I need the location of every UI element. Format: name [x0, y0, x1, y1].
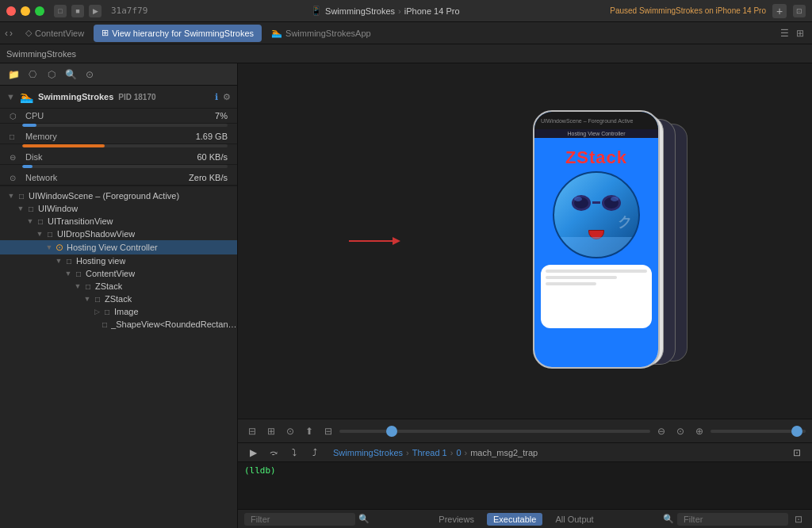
process-info-icon[interactable]: ℹ: [215, 92, 218, 102]
phone-screen: UIWindowScene – Foreground Active Hostin…: [534, 112, 658, 367]
tab-app[interactable]: 🏊 SwimmingStrokesApp: [263, 25, 379, 42]
filter-right-input[interactable]: [677, 513, 788, 526]
inspect-icon-btn[interactable]: ⎔: [25, 67, 40, 82]
depth-slider-thumb[interactable]: [386, 426, 397, 437]
device-selector[interactable]: 📱 SwimmingStrokes › iPhone 14 Pro: [160, 6, 610, 16]
minimize-button[interactable]: [21, 6, 30, 16]
tree-item-uitransitionview[interactable]: ▼ □ UITransitionView: [0, 215, 237, 228]
console-right-actions: ⊡: [788, 444, 806, 461]
tree-item-hosting-view[interactable]: ▼ □ Hosting view: [0, 254, 237, 267]
maximize-button[interactable]: [35, 6, 44, 16]
tab-view-hierarchy[interactable]: ⊞ View hierarchy for SwimmingStrokes: [94, 25, 262, 42]
expand-uiwindow[interactable]: ▼: [16, 205, 25, 212]
zoom-in-btn[interactable]: ⊕: [691, 423, 707, 439]
tab-executable[interactable]: Executable: [487, 513, 542, 526]
scheme-icon: 📱: [311, 6, 322, 16]
cpu-bar-fill: [22, 124, 36, 127]
expand-uidropshadowview[interactable]: ▼: [35, 230, 44, 238]
tab-forward-button[interactable]: ›: [10, 28, 13, 39]
tree-item-uidropshadowview[interactable]: ▼ □ UIDropShadowView: [0, 228, 237, 240]
split-view-button[interactable]: ⊡: [793, 5, 806, 17]
tree-item-zstack-inner[interactable]: ▼ □ ZStack: [0, 293, 237, 305]
expand-uiwindowscene[interactable]: ▼: [6, 192, 16, 200]
console-split-btn[interactable]: ⊡: [791, 512, 806, 526]
expand-contentview[interactable]: ▼: [63, 270, 73, 277]
process-pid-label: PID 18170: [118, 93, 155, 101]
breadcrumb-root[interactable]: SwimmingStrokes: [6, 49, 76, 59]
find-icon-btn[interactable]: ⊙: [82, 67, 97, 82]
tree-item-image[interactable]: ▷ □ Image: [0, 305, 237, 318]
hosting-vc-label: Hosting View Controller: [67, 243, 158, 252]
shapeview-label: _ShapeView<RoundedRectangle, C…: [111, 319, 237, 329]
close-button[interactable]: [6, 6, 16, 16]
debug-console: (lldb): [238, 461, 812, 509]
frame-toggle-btn[interactable]: ⊟: [244, 423, 260, 439]
breakpoint-icon-btn[interactable]: ⬡: [44, 67, 59, 82]
search-icon-btn[interactable]: 🔍: [63, 67, 78, 82]
sidebar-toggle-button[interactable]: □: [54, 5, 67, 17]
left-panel: 📁 ⎔ ⬡ 🔍 ⊙ ▼ 🏊 SwimmingStrokes PID 18170 …: [0, 63, 238, 528]
stop-button[interactable]: ■: [71, 5, 84, 17]
network-value: Zero KB/s: [189, 173, 228, 182]
view-hierarchy-canvas[interactable]: UIWindowScene – Foreground Active Hostin…: [238, 63, 812, 419]
tree-item-uiwindowscene[interactable]: ▼ □ UIWindowScene – (Foreground Active): [0, 189, 237, 202]
path-frame[interactable]: 0: [456, 448, 461, 457]
main-content: 📁 ⎔ ⬡ 🔍 ⊙ ▼ 🏊 SwimmingStrokes PID 18170 …: [0, 63, 812, 528]
expand-hosting-view[interactable]: ▼: [54, 257, 63, 265]
zoom-slider[interactable]: [710, 430, 806, 433]
clip-toggle-btn[interactable]: ⊙: [282, 423, 298, 439]
debug-path: SwimmingStrokes › Thread 1 › 0 › mach_ms…: [333, 448, 538, 457]
goggle-reflection-right: [611, 197, 619, 201]
tree-item-uiwindow[interactable]: ▼ □ UIWindow: [0, 202, 237, 215]
tab-content-view[interactable]: ◇ ContentView: [17, 25, 92, 42]
filter-left-input[interactable]: [244, 513, 355, 526]
continue-btn[interactable]: ▶: [244, 444, 262, 461]
titlebar: □ ■ ▶ 31a7f79 📱 SwimmingStrokes › iPhone…: [0, 0, 812, 22]
zoom-reset-btn[interactable]: ⊙: [672, 423, 688, 439]
list-view-button[interactable]: ☰: [777, 26, 791, 40]
expand-uitransitionview[interactable]: ▼: [25, 217, 35, 225]
filter-icon-left: 🔍: [358, 514, 370, 524]
layout-btn[interactable]: ⊟: [320, 423, 336, 439]
status-center: Previews Executable All Output: [432, 513, 599, 526]
tree-item-contentview[interactable]: ▼ □ ContentView: [0, 267, 237, 280]
step-over-btn[interactable]: ⤼: [265, 444, 282, 461]
tab-back-button[interactable]: ‹: [5, 28, 8, 39]
folder-icon-btn[interactable]: 📁: [6, 67, 21, 82]
path-chevron-2: ›: [450, 448, 454, 457]
zstack-area: ZStack: [534, 138, 658, 333]
tab-all-output[interactable]: All Output: [549, 513, 599, 526]
expand-hosting-vc[interactable]: ▼: [44, 243, 54, 251]
add-button[interactable]: +: [772, 4, 787, 18]
export-btn[interactable]: ⬆: [301, 423, 317, 439]
disk-metric-row: ⊖ Disk 60 KB/s: [0, 150, 237, 165]
tree-item-shapeview[interactable]: □ _ShapeView<RoundedRectangle, C…: [0, 318, 237, 331]
process-settings-icon[interactable]: ⚙: [223, 92, 231, 102]
zoom-out-btn[interactable]: ⊖: [653, 423, 669, 439]
tree-item-zstack-outer[interactable]: ▼ □ ZStack: [0, 280, 237, 293]
view-controls: ⊟ ⊞ ⊙ ⬆ ⊟: [244, 423, 336, 439]
expand-zstack-inner[interactable]: ▼: [82, 295, 92, 303]
expand-image[interactable]: ▷: [92, 308, 102, 316]
phone-sub-bar: Hosting View Controller: [534, 129, 658, 138]
tree-item-hosting-view-controller[interactable]: ▼ ⊙ Hosting View Controller: [0, 240, 237, 254]
phone-3d-scene: UIWindowScene – Foreground Active Hostin…: [374, 75, 676, 407]
path-app[interactable]: SwimmingStrokes: [333, 448, 403, 457]
process-actions: ℹ ⚙: [215, 92, 231, 102]
play-button[interactable]: ▶: [89, 5, 102, 17]
process-name: ▼ 🏊 SwimmingStrokes PID 18170: [6, 90, 156, 103]
expand-zstack-outer[interactable]: ▼: [73, 282, 82, 290]
lldb-prompt: (lldb): [244, 465, 276, 476]
uidropshadowview-icon: □: [44, 230, 56, 239]
step-into-btn[interactable]: ⤵: [285, 444, 303, 461]
path-thread[interactable]: Thread 1: [412, 448, 447, 457]
step-out-btn[interactable]: ⤴: [306, 444, 324, 461]
expand-icon[interactable]: ▼: [6, 92, 15, 101]
depth-slider[interactable]: [339, 430, 650, 433]
zoom-slider-thumb[interactable]: [791, 426, 802, 437]
clear-console-btn[interactable]: ⊡: [788, 444, 806, 461]
grid-view-button[interactable]: ⊞: [793, 26, 807, 40]
phone-status-bar: UIWindowScene – Foreground Active: [534, 112, 658, 129]
tab-previews[interactable]: Previews: [432, 513, 481, 526]
content-toggle-btn[interactable]: ⊞: [263, 423, 279, 439]
